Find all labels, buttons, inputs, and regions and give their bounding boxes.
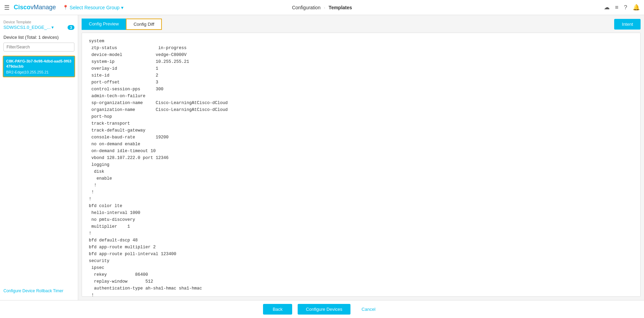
filter-search-input[interactable] [3,43,74,52]
filter-wrap [0,41,78,54]
brand-cisco: Cisco [14,4,31,11]
template-row: SDWSCS1.0_EDGE_... ▾ 3 [3,25,74,30]
tab-config-preview[interactable]: Config Preview [82,19,126,30]
dropdown-icon: ▾ [121,5,123,10]
cloud-icon[interactable]: ☁ [604,4,610,11]
back-button[interactable]: Back [263,304,292,315]
title-separator: · [324,5,325,10]
sidebar-header: Device Template SDWSCS1.0_EDGE_... ▾ 3 [0,19,78,33]
resource-group-selector[interactable]: Select Resource Group ▾ [70,5,123,10]
device-list-item[interactable]: C8K-PAYG-3b7-9e98-4dbd-aad5-9f63479dacbb… [3,56,75,77]
sidebar: Device Template SDWSCS1.0_EDGE_... ▾ 3 D… [0,15,78,300]
main-layout: Device Template SDWSCS1.0_EDGE_... ▾ 3 D… [0,15,644,300]
configure-devices-button[interactable]: Configure Devices [298,304,350,315]
location-icon: 📍 [63,5,68,10]
help-icon[interactable]: ? [624,4,627,11]
rollback-link[interactable]: Configure Device Rollback Timer [3,288,63,293]
device-sub: BR2-Edge|10.255.255.21 [6,70,72,74]
menu-lines-icon[interactable]: ≡ [615,4,619,11]
template-dropdown-icon: ▾ [51,25,54,30]
intent-button[interactable]: Intent [614,19,641,30]
device-id: C8K-PAYG-3b7-9e98-4dbd-aad5-9f63479dacbb [6,59,72,69]
tabs: Config Preview Config Diff [82,19,162,30]
bell-icon[interactable]: 🔔 [633,4,640,11]
bottom-bar: Back Configure Devices Cancel [0,300,644,318]
config-panel: system ztp-status in-progress device-mod… [82,33,641,297]
brand: Cisco vManage [14,4,56,11]
page-title-area: Configuration · Templates [292,5,352,10]
device-template-label: Device Template [3,20,74,24]
sidebar-footer: Configure Device Rollback Timer [0,285,78,297]
template-name[interactable]: SDWSCS1.0_EDGE_... ▾ [3,25,54,30]
top-nav: ☰ Cisco vManage 📍 Select Resource Group … [0,0,644,15]
config-text: system ztp-status in-progress device-mod… [89,38,633,297]
content-area: Config Preview Config Diff Intent system… [78,15,644,300]
brand-vmanage: vManage [31,4,56,11]
hamburger-icon[interactable]: ☰ [4,4,10,11]
tab-config-diff[interactable]: Config Diff [126,19,162,30]
total-badge: 3 [68,25,74,30]
page-title: Templates [329,5,352,10]
tabs-toolbar: Config Preview Config Diff Intent [82,19,641,30]
nav-right-icons: ☁ ≡ ? 🔔 [604,4,640,11]
device-list-title: Device list (Total: 1 devices) [0,33,78,41]
cancel-button[interactable]: Cancel [356,304,381,315]
